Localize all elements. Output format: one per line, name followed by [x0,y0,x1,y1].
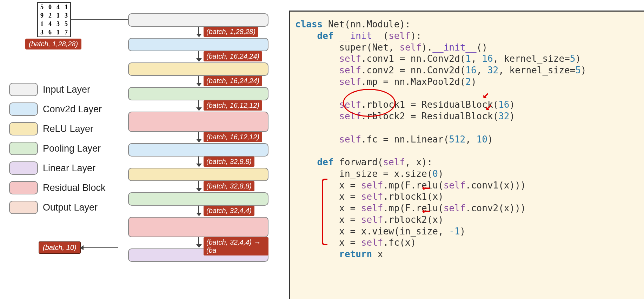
mnist-sample-grid: 5041921314353617 [37,2,71,37]
mnist-digit: 6 [46,28,54,36]
legend-item: Output Layer [9,201,106,214]
output-row: (batch, 10) [39,241,120,254]
layer-box [128,38,268,51]
shape-label: (batch, 32,4,4) [204,206,254,216]
arrow-down: (batch, 16,24,24) [128,76,268,87]
legend-swatch [9,181,38,194]
legend: Input LayerConv2d LayerReLU LayerPooling… [9,83,106,220]
arrow-down: (batch, 16,24,24) [128,51,268,62]
shape-label: (batch, 1,28,28) [204,27,258,37]
layer-box [128,217,268,237]
legend-swatch [9,102,38,116]
layer-box [128,143,268,157]
arrow-to-output [83,247,118,248]
shape-label: (batch, 16,12,12) [204,132,262,142]
shape-label: (batch, 16,24,24) [204,76,262,86]
arrow-down: (batch, 16,12,12) [128,100,268,112]
code-panel: class Net(nn.Module): def __init__(self)… [289,11,644,299]
code-block: class Net(nn.Module): def __init__(self)… [295,19,640,260]
mnist-digit: 4 [46,20,54,28]
legend-swatch [9,161,38,175]
legend-label: ReLU Layer [43,124,93,134]
mnist-digit: 2 [46,11,54,20]
layer-box [128,192,268,206]
arrow-down: (batch, 16,12,12) [128,132,268,143]
shape-label: (batch, 32,4,4) → (ba [204,237,268,255]
mnist-digit: 0 [46,3,54,11]
mnist-digit: 1 [54,11,62,20]
output-shape-label: (batch, 10) [39,241,81,254]
arrow-down: (batch, 1,28,28) [128,27,268,38]
legend-label: Pooling Layer [43,143,101,154]
layer-box [128,112,268,132]
legend-label: Conv2d Layer [43,104,102,115]
mnist-digit: 4 [54,3,62,11]
layer-box [128,87,268,100]
legend-item: ReLU Layer [9,122,106,135]
legend-item: Conv2d Layer [9,102,106,116]
legend-label: Input Layer [43,84,90,95]
mnist-digit: 3 [62,11,70,20]
layer-box [128,62,268,76]
legend-item: Linear Layer [9,161,106,175]
mnist-digit: 3 [38,28,46,36]
legend-swatch [9,201,38,214]
legend-item: Input Layer [9,83,106,96]
arrow-down: (batch, 32,4,4) [128,206,268,217]
legend-item: Residual Block [9,181,106,194]
input-shape-label: (batch, 1,28,28) [25,39,81,49]
shape-label: (batch, 16,24,24) [204,51,262,61]
legend-label: Linear Layer [43,163,95,174]
legend-label: Output Layer [43,202,98,213]
legend-swatch [9,142,38,155]
arrow-down: (batch, 32,4,4) → (ba [128,237,268,248]
arrow-down: (batch, 32,8,8) [128,181,268,192]
legend-swatch [9,122,38,135]
arrow-to-input [70,19,128,20]
mnist-digit: 5 [38,3,46,11]
legend-item: Pooling Layer [9,142,106,155]
mnist-digit: 9 [38,11,46,20]
shape-label: (batch, 32,8,8) [204,181,254,191]
mnist-digit: 5 [62,20,70,28]
mnist-digit: 7 [62,28,70,36]
shape-label: (batch, 16,12,12) [204,100,262,111]
arrow-down: (batch, 32,8,8) [128,157,268,168]
shape-label: (batch, 32,8,8) [204,157,254,167]
layer-box [128,13,268,27]
network-diagram: (batch, 1,28,28)(batch, 16,24,24)(batch,… [128,13,268,262]
mnist-digit: 1 [62,3,70,11]
mnist-digit: 1 [38,20,46,28]
mnist-digit: 3 [54,20,62,28]
layer-box [128,168,268,181]
legend-label: Residual Block [43,182,106,193]
mnist-digit: 1 [54,28,62,36]
legend-swatch [9,83,38,96]
